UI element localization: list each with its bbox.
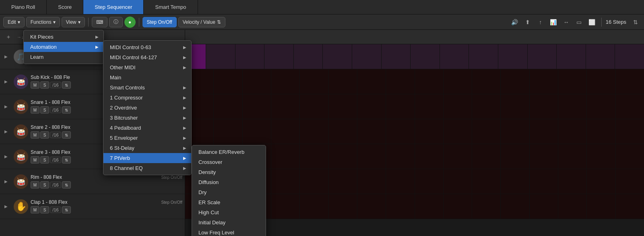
step-cell[interactable] (501, 194, 529, 219)
step-cell[interactable] (300, 194, 328, 219)
step-cell[interactable] (300, 94, 328, 119)
step-cell[interactable] (469, 44, 498, 69)
division-clap1[interactable]: /16 (50, 207, 61, 213)
step-cell[interactable] (501, 119, 529, 144)
division-snare3[interactable]: /16 (50, 157, 61, 163)
step-cell[interactable] (501, 169, 529, 194)
step-cell[interactable] (386, 119, 415, 144)
solo-rim[interactable]: S (40, 181, 49, 188)
menu-8-channel-eq[interactable]: 8 Channel EQ ▶ (103, 163, 191, 173)
menu-balance-er-reverb[interactable]: Balance ER/Reverb (192, 147, 266, 157)
step-cell[interactable] (616, 169, 644, 194)
resize-icon[interactable]: ↔ (561, 17, 572, 27)
step-cell[interactable] (300, 119, 328, 144)
step-cell[interactable] (415, 119, 444, 144)
step-cell[interactable] (587, 144, 615, 169)
step-cell[interactable] (587, 119, 615, 144)
menu-high-cut[interactable]: High Cut (192, 207, 266, 217)
record-button[interactable]: ● (124, 17, 136, 28)
step-cell[interactable] (300, 69, 328, 94)
step-cell[interactable] (557, 44, 586, 69)
step-cell[interactable] (271, 69, 300, 94)
division-sub-kick[interactable]: /16 (50, 82, 61, 88)
step-cell[interactable] (444, 94, 472, 119)
step-cell[interactable] (411, 44, 440, 69)
play-sub-kick[interactable]: ▶ (2, 78, 10, 85)
step-cell[interactable] (271, 144, 300, 169)
step-cell[interactable] (357, 69, 386, 94)
align-icon[interactable]: ⬆ (522, 17, 533, 27)
mute-clap1[interactable]: M (31, 206, 39, 213)
step-cell[interactable] (472, 169, 501, 194)
step-cell[interactable] (472, 69, 501, 94)
step-cell[interactable] (386, 194, 415, 219)
step-cell[interactable] (530, 169, 558, 194)
menu-dry[interactable]: Dry (192, 187, 266, 197)
waveform-icon[interactable]: 📊 (548, 17, 559, 27)
step-cell[interactable] (329, 69, 357, 94)
keyboard-button[interactable]: ⌨ (92, 17, 107, 27)
step-cell[interactable] (530, 144, 558, 169)
step-cell[interactable] (415, 69, 444, 94)
step-cell[interactable] (616, 194, 644, 219)
up-arrow-icon[interactable]: ↑ (535, 17, 546, 27)
menu-smart-controls[interactable]: Smart Controls ▶ (103, 83, 191, 93)
step-cell[interactable] (415, 169, 444, 194)
menu-low-freq-level[interactable]: Low Freq Level (192, 228, 266, 236)
stepper-snare2[interactable]: ⇅ (62, 131, 71, 139)
division-rim[interactable]: /16 (50, 182, 61, 188)
step-cell[interactable] (357, 94, 386, 119)
step-cell[interactable] (444, 69, 472, 94)
step-cell[interactable] (243, 94, 271, 119)
solo-snare2[interactable]: S (40, 131, 49, 139)
play-snare2[interactable]: ▶ (2, 128, 10, 135)
step-cell[interactable] (271, 119, 300, 144)
stepper-clap1[interactable]: ⇅ (62, 206, 71, 213)
stepper-snare1[interactable]: ⇅ (62, 106, 71, 114)
step-cell[interactable] (501, 69, 529, 94)
edit-button[interactable]: Edit ▾ (3, 17, 25, 27)
step-cell[interactable] (214, 119, 242, 144)
step-cell[interactable] (444, 169, 472, 194)
step-cell[interactable] (323, 44, 352, 69)
step-cell[interactable] (472, 194, 501, 219)
solo-sub-kick[interactable]: S (40, 81, 49, 89)
menu-automation[interactable]: Automation ▶ (24, 42, 103, 52)
step-cell[interactable] (415, 144, 444, 169)
info-button[interactable]: ⓘ (109, 17, 123, 27)
step-cell[interactable] (382, 44, 411, 69)
step-cell[interactable] (271, 169, 300, 194)
step-cell[interactable] (444, 119, 472, 144)
speaker-icon[interactable]: 🔊 (510, 17, 520, 27)
step-cell[interactable] (616, 69, 644, 94)
menu-initial-delay[interactable]: Initial Delay (192, 217, 266, 228)
menu-2-overdrive[interactable]: 2 Overdrive ▶ (103, 103, 191, 113)
steps-stepper[interactable]: ⇅ (630, 17, 641, 27)
step-cell[interactable] (558, 144, 587, 169)
step-cell[interactable] (558, 119, 587, 144)
mute-snare3[interactable]: M (31, 156, 39, 164)
menu-4-pedalboard[interactable]: 4 Pedalboard ▶ (103, 123, 191, 133)
step-onoff-button[interactable]: Step On/Off (142, 17, 177, 27)
step-cell[interactable] (444, 194, 472, 219)
step-cell[interactable] (206, 44, 235, 69)
menu-7-ptverb[interactable]: 7 PtVerb ▶ (103, 153, 191, 163)
add-track-button[interactable]: ＋ (3, 32, 14, 42)
step-cell[interactable] (271, 194, 300, 219)
step-cell[interactable] (271, 94, 300, 119)
menu-1-compressor[interactable]: 1 Compressor ▶ (103, 93, 191, 103)
step-cell[interactable] (235, 44, 265, 69)
step-cell[interactable] (472, 144, 501, 169)
solo-snare3[interactable]: S (40, 156, 49, 164)
menu-6-st-delay[interactable]: 6 St-Delay ▶ (103, 143, 191, 153)
step-cell[interactable] (264, 44, 294, 69)
step-cell[interactable] (530, 194, 558, 219)
step-cell[interactable] (243, 69, 271, 94)
step-cell[interactable] (415, 94, 444, 119)
play-kit-pieces[interactable]: ▶ (2, 53, 10, 60)
tab-piano-roll[interactable]: Piano Roll (0, 0, 47, 14)
tab-step-sequencer[interactable]: Step Sequencer (83, 0, 144, 14)
fullscreen-icon[interactable]: ⬜ (587, 17, 597, 27)
step-cell[interactable] (587, 69, 615, 94)
step-cell[interactable] (472, 119, 501, 144)
